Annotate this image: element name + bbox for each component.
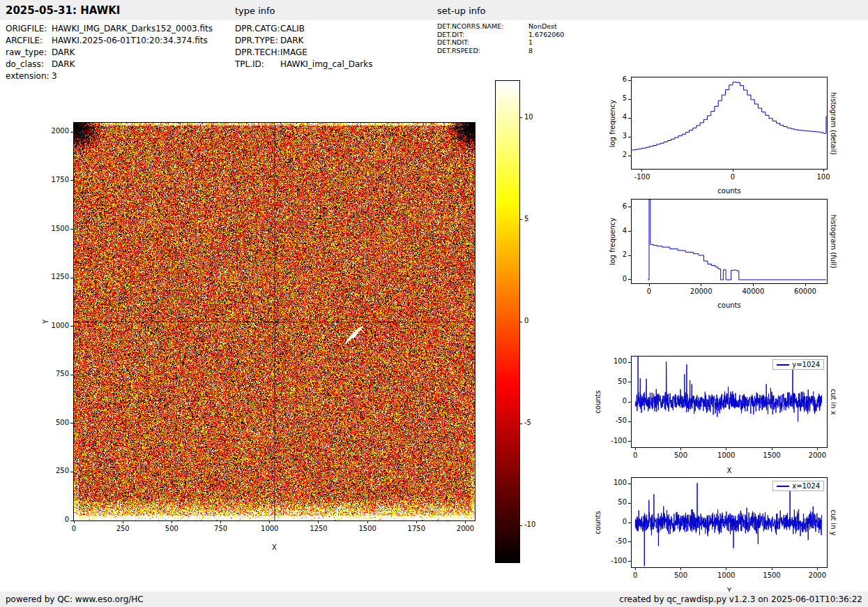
- det-ndit-label: DET.NDIT:: [437, 38, 528, 47]
- x-axis-label: X: [272, 544, 277, 551]
- doclass-label: do_class:: [6, 59, 52, 71]
- type-info-heading: type info: [235, 6, 275, 16]
- histogram-full-plot: 02000040000600000246countslog frequencyh…: [631, 199, 828, 284]
- x-axis-label: counts: [717, 187, 740, 195]
- x-tick-mark: [805, 283, 806, 286]
- qc-report-page: 2025-05-31: HAWKI type info set-up info …: [0, 0, 868, 607]
- x-tick-label: 0: [618, 451, 653, 459]
- x-tick-mark: [753, 283, 754, 286]
- colorbar-tick-mark: [519, 219, 522, 220]
- y-tick-label: 0: [596, 275, 627, 283]
- x-tick-mark: [680, 447, 681, 450]
- colorbar-tick-label: -10: [524, 520, 547, 528]
- dpr-type-label: DPR.TYPE:: [235, 36, 280, 47]
- y-tick-mark: [628, 137, 631, 137]
- y-tick-mark: [628, 80, 631, 81]
- y-axis-label: log frequency: [609, 218, 616, 266]
- y-tick-mark: [628, 402, 631, 403]
- x-tick-label: 1500: [350, 525, 385, 532]
- x-tick-label: 250: [105, 525, 140, 532]
- y-tick-label: 0: [38, 516, 69, 523]
- y-tick-label: -50: [596, 537, 627, 545]
- type-info-row: DPR.TYPE: DARK: [235, 36, 373, 47]
- x-tick-label: 2000: [448, 525, 483, 532]
- y-tick-label: 250: [38, 467, 69, 474]
- x-tick-mark: [172, 520, 172, 523]
- x-tick-mark: [823, 169, 824, 172]
- legend: x=1024: [772, 481, 824, 491]
- legend-line-sample: [777, 364, 789, 366]
- cut-y-canvas: [632, 478, 827, 567]
- x-tick-mark: [123, 520, 123, 523]
- x-tick-label: 60000: [788, 287, 823, 295]
- footer-qc-link[interactable]: powered by QC: www.eso.org/HC: [6, 594, 144, 604]
- extension-value: 3: [52, 71, 57, 83]
- file-info-row: ARCFILE: HAWKI.2025-06-01T10:20:34.374.f…: [6, 36, 213, 47]
- origfile-value: HAWKI_IMG_DARK_Darks152_0003.fits: [52, 24, 213, 36]
- y-tick-mark: [628, 99, 631, 100]
- y-tick-mark: [628, 523, 631, 523]
- det-ncorrs-value: NonDest: [528, 22, 557, 31]
- footer-bar: powered by QC: www.eso.org/HC created by…: [0, 592, 868, 607]
- legend-line-sample: [777, 486, 789, 487]
- y-tick-mark: [70, 326, 73, 327]
- file-info-row: raw_type: DARK: [6, 47, 213, 59]
- arcfile-label: ARCFILE:: [6, 36, 52, 47]
- x-tick-mark: [318, 520, 319, 523]
- rawtype-label: raw_type:: [6, 47, 52, 59]
- legend: y=1024: [772, 359, 824, 370]
- y-tick-label: 2000: [38, 127, 69, 135]
- x-tick-mark: [367, 520, 368, 523]
- setup-info-row: DET.NCORRS.NAME: NonDest: [437, 22, 564, 31]
- y-tick-label: -100: [596, 437, 627, 444]
- x-tick-mark: [635, 567, 636, 570]
- setup-info-row: DET.NDIT: 1: [437, 38, 564, 47]
- x-tick-label: 1500: [754, 451, 789, 459]
- y-tick-label: 6: [596, 75, 627, 83]
- y-tick-label: 50: [596, 377, 627, 385]
- right-axis-label: cut in y: [830, 509, 837, 535]
- x-tick-mark: [772, 447, 772, 450]
- y-tick-label: 100: [596, 357, 627, 365]
- colorbar-tick-mark: [519, 117, 522, 118]
- type-info-block: DPR.CATG: CALIB DPR.TYPE: DARK DPR.TECH:…: [235, 24, 373, 71]
- x-tick-mark: [817, 567, 818, 570]
- y-axis-label: counts: [594, 511, 602, 534]
- y-tick-label: 1500: [38, 225, 69, 232]
- y-tick-label: 2: [596, 151, 627, 158]
- dpr-type-value: DARK: [280, 36, 303, 47]
- x-tick-mark: [649, 283, 650, 286]
- right-axis-label: cut in x: [830, 389, 837, 414]
- file-info-row: ORIGFILE: HAWKI_IMG_DARK_Darks152_0003.f…: [6, 24, 213, 36]
- y-tick-mark: [628, 503, 631, 504]
- dark-frame-canvas: [74, 123, 475, 520]
- dpr-tech-value: IMAGE: [280, 47, 307, 59]
- x-tick-label: 20000: [684, 287, 719, 295]
- y-tick-label: 1250: [38, 273, 69, 280]
- y-tick-mark: [628, 541, 631, 542]
- type-info-row: DPR.TECH: IMAGE: [235, 47, 373, 59]
- y-tick-mark: [628, 156, 631, 156]
- colorbar-tick-label: 5: [524, 215, 547, 223]
- x-tick-label: 100: [806, 173, 841, 181]
- y-tick-mark: [628, 362, 631, 363]
- hist-full-canvas: [632, 200, 827, 283]
- y-tick-mark: [70, 375, 73, 375]
- y-tick-mark: [628, 561, 631, 562]
- det-dit-label: DET.DIT:: [437, 31, 528, 39]
- cut-in-x-plot: 0500100015002000-100-50050100Xcountscut …: [631, 356, 828, 448]
- footer-created-by: created by qc_rawdisp.py v1.2.3 on 2025-…: [619, 594, 862, 604]
- type-info-row: TPL.ID: HAWKI_img_cal_Darks: [235, 59, 373, 71]
- det-rspeed-value: 8: [528, 47, 533, 55]
- hist-detail-canvas: [632, 77, 827, 169]
- x-tick-label: -100: [625, 173, 660, 181]
- y-tick-label: 50: [596, 498, 627, 506]
- page-title: 2025-05-31: HAWKI: [6, 4, 120, 17]
- y-tick-mark: [628, 279, 631, 280]
- x-tick-mark: [635, 447, 636, 450]
- x-tick-mark: [726, 567, 726, 570]
- x-tick-label: 500: [154, 525, 189, 532]
- tpl-id-label: TPL.ID:: [235, 59, 280, 71]
- doclass-value: DARK: [52, 59, 75, 71]
- cut-in-y-plot: 0500100015002000-100-50050100Ycountscut …: [631, 477, 828, 568]
